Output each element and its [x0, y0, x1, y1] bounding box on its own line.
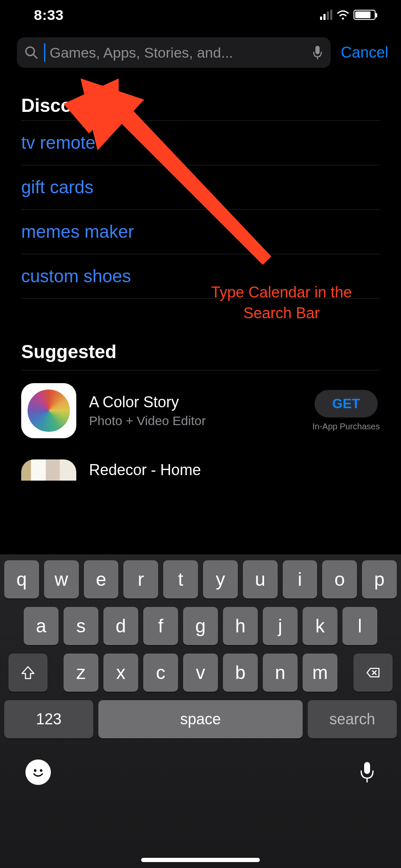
keyboard-row-4: 123 space search	[0, 700, 401, 738]
search-input[interactable]: Games, Apps, Stories, and...	[17, 37, 331, 68]
keyboard-row-2: a s d f g h j k l	[0, 607, 401, 645]
keyboard: q w e r t y u i o p a s d f g h j k l z …	[0, 554, 401, 868]
battery-icon	[354, 10, 376, 20]
key-t[interactable]: t	[163, 560, 198, 598]
app-info: A Color Story Photo + Video Editor	[89, 393, 300, 428]
app-name: A Color Story	[89, 393, 300, 411]
suggested-section: Suggested A Color Story Photo + Video Ed…	[21, 341, 380, 485]
search-row: Games, Apps, Stories, and... Cancel	[0, 30, 401, 78]
app-info: Redecor - Home	[89, 461, 380, 479]
key-z[interactable]: z	[64, 654, 98, 692]
search-icon	[25, 46, 38, 59]
key-j[interactable]: j	[263, 607, 298, 645]
app-name: Redecor - Home	[89, 461, 380, 479]
dictation-icon[interactable]	[312, 45, 323, 60]
key-a[interactable]: a	[24, 607, 58, 645]
key-v[interactable]: v	[183, 654, 218, 692]
text-cursor	[44, 43, 45, 62]
key-backspace[interactable]	[354, 654, 393, 692]
key-c[interactable]: c	[143, 654, 178, 692]
home-indicator[interactable]	[141, 858, 260, 862]
iap-label: In-App Purchases	[312, 422, 380, 431]
key-u[interactable]: u	[243, 560, 278, 598]
wifi-icon	[337, 10, 349, 19]
key-search[interactable]: search	[308, 700, 397, 738]
key-m[interactable]: m	[303, 654, 337, 692]
key-b[interactable]: b	[223, 654, 258, 692]
app-subtitle: Photo + Video Editor	[89, 414, 300, 428]
app-icon	[21, 383, 76, 438]
key-s[interactable]: s	[64, 607, 98, 645]
key-r[interactable]: r	[123, 560, 158, 598]
discover-item[interactable]: gift cards	[21, 165, 380, 209]
app-action: GET In-App Purchases	[312, 390, 380, 431]
color-wheel-icon	[28, 389, 70, 432]
key-x[interactable]: x	[103, 654, 138, 692]
svg-rect-11	[364, 762, 370, 774]
get-button[interactable]: GET	[315, 390, 378, 417]
annotation-text: Type Calendar in the Search Bar	[205, 282, 358, 323]
svg-point-9	[34, 769, 36, 772]
search-placeholder: Games, Apps, Stories, and...	[50, 45, 306, 61]
key-n[interactable]: n	[263, 654, 298, 692]
discover-item[interactable]: tv remote	[21, 120, 380, 165]
svg-point-10	[40, 769, 42, 772]
key-numeric[interactable]: 123	[4, 700, 93, 738]
key-f[interactable]: f	[143, 607, 178, 645]
suggested-app-row[interactable]: Redecor - Home	[21, 442, 380, 485]
suggested-app-row[interactable]: A Color Story Photo + Video Editor GET I…	[21, 370, 380, 442]
svg-point-0	[26, 47, 34, 56]
status-icons	[320, 10, 376, 20]
keyboard-row-3: z x c v b n m	[0, 654, 401, 692]
suggested-title: Suggested	[21, 341, 380, 362]
key-e[interactable]: e	[84, 560, 119, 598]
discover-list: tv remote gift cards memes maker custom …	[21, 120, 380, 299]
content: Discover tv remote gift cards memes make…	[0, 78, 401, 485]
keyboard-bottom	[0, 747, 401, 785]
svg-line-1	[33, 55, 37, 58]
keyboard-row-1: q w e r t y u i o p	[0, 560, 401, 598]
key-o[interactable]: o	[322, 560, 357, 598]
discover-item[interactable]: memes maker	[21, 209, 380, 254]
svg-point-8	[30, 764, 46, 780]
key-w[interactable]: w	[44, 560, 79, 598]
key-g[interactable]: g	[183, 607, 218, 645]
key-p[interactable]: p	[362, 560, 397, 598]
discover-title: Discover	[21, 95, 380, 116]
cancel-button[interactable]: Cancel	[341, 44, 393, 61]
key-k[interactable]: k	[303, 607, 337, 645]
key-shift[interactable]	[8, 654, 47, 692]
keyboard-dictation-icon[interactable]	[359, 761, 376, 783]
cellular-signal-icon	[320, 10, 332, 20]
key-space[interactable]: space	[98, 700, 303, 738]
key-y[interactable]: y	[203, 560, 238, 598]
key-h[interactable]: h	[223, 607, 258, 645]
svg-rect-2	[315, 46, 320, 54]
key-q[interactable]: q	[4, 560, 39, 598]
key-d[interactable]: d	[103, 607, 138, 645]
status-bar: 8:33	[0, 0, 401, 30]
emoji-button[interactable]	[25, 760, 51, 785]
status-time: 8:33	[34, 7, 64, 23]
key-i[interactable]: i	[283, 560, 317, 598]
key-l[interactable]: l	[343, 607, 377, 645]
app-icon	[21, 459, 76, 481]
